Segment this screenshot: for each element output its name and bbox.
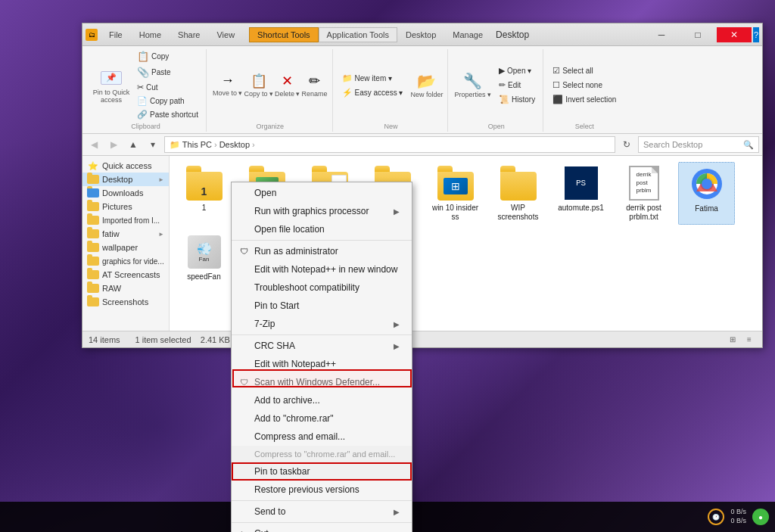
sidebar-wallpaper[interactable]: wallpaper <box>82 241 169 254</box>
ctx-compress-email[interactable]: Compress and email... <box>232 428 412 446</box>
file-item-1[interactable]: 1 1 <box>176 162 232 225</box>
file-icon-speedfan: 💨 Fan <box>186 234 223 270</box>
ctx-restore-previous[interactable]: Restore previous versions <box>232 481 412 499</box>
ctx-cut[interactable]: ✂ Cut <box>232 524 412 532</box>
ribbon-tab-bar: File Home Share View Shortcut Tools Appl… <box>101 27 491 42</box>
tab-desktop[interactable]: Desktop <box>397 27 444 42</box>
paste-button[interactable]: 📎Paste <box>134 65 201 79</box>
file-item-ps1[interactable]: PS automute.ps1 <box>552 162 609 225</box>
sidebar-screenshots[interactable]: Screenshots <box>82 295 169 309</box>
tab-home[interactable]: Home <box>131 27 170 42</box>
sidebar: ⭐ Quick access Desktop ► Downloads <box>82 156 170 331</box>
ctx-crc-sha[interactable]: CRC SHA ▶ <box>232 337 412 355</box>
ctx-edit-notepadpp[interactable]: Edit with Notepad++ <box>232 355 412 373</box>
copy-button[interactable]: 📋Copy <box>134 49 201 64</box>
raw-label: RAW <box>102 284 121 293</box>
new-item-button[interactable]: 📁New item ▾ <box>339 72 406 85</box>
screenshots-folder-icon <box>87 297 99 307</box>
up-button[interactable]: ▲ <box>125 136 142 153</box>
search-box[interactable]: Search Desktop 🔍 <box>638 136 759 153</box>
ctx-7zip[interactable]: 7-Zip ▶ <box>232 315 412 333</box>
refresh-button[interactable]: ↻ <box>618 136 635 153</box>
sidebar-at-screencasts[interactable]: AT Screencasts <box>82 268 169 282</box>
ctx-troubleshoot[interactable]: Troubleshoot compatibility <box>232 278 412 297</box>
ctx-send-to[interactable]: Send to ▶ <box>232 502 412 521</box>
pictures-label: Pictures <box>102 202 132 211</box>
desktop-arrow: ► <box>158 176 164 183</box>
edit-button[interactable]: ✏Edit <box>496 79 538 92</box>
tab-view[interactable]: View <box>208 27 243 42</box>
open-button[interactable]: ▶Open ▾ <box>496 64 538 77</box>
sidebar-quick-access[interactable]: ⭐ Quick access <box>82 159 169 173</box>
properties-button[interactable]: 🔧 Properties ▾ <box>454 72 491 98</box>
open-file-location-icon <box>238 223 250 235</box>
file-label-win10: win 10 insider ss <box>430 204 481 222</box>
large-icons-view-button[interactable]: ⊞ <box>726 333 739 347</box>
file-item-wip[interactable]: WIP screenshots <box>490 162 546 225</box>
details-view-button[interactable]: ≡ <box>742 333 756 347</box>
select-all-button[interactable]: ☑Select all <box>549 64 619 77</box>
sidebar-fatiw[interactable]: fatiw ► <box>82 227 169 241</box>
ctx-run-as-admin[interactable]: 🛡 Run as administrator <box>232 242 412 260</box>
tab-shortcut-tools[interactable]: Shortcut Tools <box>249 27 319 42</box>
maximize-button[interactable]: □ <box>680 27 715 42</box>
run-as-admin-icon: 🛡 <box>238 245 250 257</box>
pin-taskbar-icon <box>238 465 250 478</box>
ctx-run-graphics[interactable]: Run with graphics processor ▶ <box>232 202 412 220</box>
file-item-speedfan[interactable]: 💨 Fan speedFan <box>176 231 232 303</box>
ctx-compress-chrome-email[interactable]: Compress to "chrome.rar" and email... <box>232 446 412 462</box>
ctx-edit-notepad[interactable]: Edit with Notepad++ in new window <box>232 260 412 278</box>
move-to-button[interactable]: → Move to ▾ <box>213 73 243 98</box>
ctx-scan-defender[interactable]: 🛡 Scan with Windows Defender... <box>232 373 412 391</box>
sidebar-raw[interactable]: RAW <box>82 282 169 295</box>
address-separator: › <box>214 140 217 149</box>
new-folder-button[interactable]: 📂 New folder <box>410 72 443 98</box>
wallpaper-folder-icon <box>87 242 99 253</box>
explorer-window: 🗂 File Home Share View Shortcut Tools Ap… <box>82 23 763 348</box>
paste-shortcut-button[interactable]: 🔗Paste shortcut <box>134 108 201 121</box>
copy-to-button[interactable]: 📋 Copy to ▾ <box>244 73 273 98</box>
file-item-win10[interactable]: ⊞ win 10 insider ss <box>427 162 484 225</box>
sidebar-graphics[interactable]: graphics for vide... <box>82 254 169 268</box>
ctx-pin-start[interactable]: Pin to Start <box>232 297 412 315</box>
network-icon: ● <box>752 509 769 525</box>
ctx-add-archive[interactable]: Add to archive... <box>232 391 412 409</box>
sidebar-desktop[interactable]: Desktop ► <box>82 173 169 186</box>
sidebar-imported[interactable]: Imported from I... <box>82 213 169 227</box>
close-button[interactable]: ✕ <box>717 27 752 42</box>
ctx-add-chrome-rar[interactable]: Add to "chrome.rar" <box>232 409 412 428</box>
sidebar-downloads[interactable]: Downloads <box>82 186 169 200</box>
7zip-arrow: ▶ <box>394 320 400 328</box>
address-separator2: › <box>252 140 255 149</box>
select-none-button[interactable]: ☐Select none <box>549 79 619 92</box>
file-item-txt[interactable]: derrik post prblm derrik post prblm.txt <box>615 162 672 225</box>
tab-file[interactable]: File <box>101 27 131 42</box>
organize-label: Organize <box>213 123 328 130</box>
easy-access-button[interactable]: ⚡Easy access ▾ <box>339 86 406 99</box>
forward-button[interactable]: ▶ <box>105 136 122 153</box>
sidebar-pictures[interactable]: Pictures <box>82 200 169 213</box>
pictures-folder-icon <box>87 201 99 212</box>
tab-manage[interactable]: Manage <box>444 27 491 42</box>
delete-button[interactable]: ✕ Delete ▾ <box>275 73 300 98</box>
ctx-open[interactable]: Open <box>232 184 412 202</box>
quick-access-icon: ⭐ <box>87 160 99 171</box>
cut-button[interactable]: ✂Cut <box>134 81 201 94</box>
address-path[interactable]: 📁 This PC › Desktop › <box>164 136 615 153</box>
rename-button[interactable]: ✏ Rename <box>302 73 328 98</box>
tab-application-tools[interactable]: Application Tools <box>319 27 397 42</box>
crc-sha-arrow: ▶ <box>394 342 400 350</box>
back-button[interactable]: ◀ <box>86 136 102 153</box>
copy-path-button[interactable]: 📄Copy path <box>134 95 201 107</box>
invert-selection-button[interactable]: ⬛Invert selection <box>549 93 619 106</box>
ctx-open-file-location[interactable]: Open file location <box>232 220 412 238</box>
pin-to-quick-access-button[interactable]: 📌 Pin to Quick access <box>90 66 132 105</box>
history-button[interactable]: 📜History <box>496 93 538 106</box>
open-label: Open <box>454 123 538 130</box>
tab-share[interactable]: Share <box>170 27 208 42</box>
file-item-fatima[interactable]: Fatima <box>678 162 735 225</box>
downloads-label: Downloads <box>102 188 143 198</box>
minimize-button[interactable]: ─ <box>644 27 679 42</box>
recent-locations-button[interactable]: ▾ <box>145 136 161 153</box>
ctx-pin-taskbar[interactable]: Pin to taskbar <box>232 462 412 481</box>
